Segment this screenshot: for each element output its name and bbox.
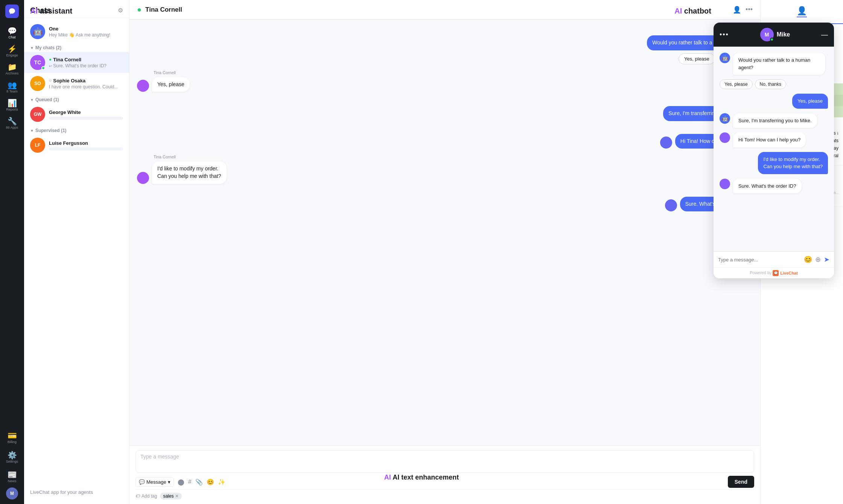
widget-msg-5: Hi Tom! How can I help you? [720,132,828,147]
widget-bot-icon-1: 🤖 [720,53,730,63]
bot-chat-info: One Hey Mike 👋 Ask me anything! [49,26,123,38]
widget-bubble-agent-2: Sure. What's the order ID? [733,179,802,194]
livechat-icon: 💬 [773,270,779,276]
user-avatar[interactable]: M [6,487,18,499]
right-panel-header: 👤 [761,0,843,24]
qr-yes-please[interactable]: Yes, please [679,53,715,64]
section-supervised[interactable]: ▼ Supervised (1) [24,125,129,135]
widget-msg-1: 🤖 Would you rather talk to a human agent… [720,53,828,75]
filter-icon[interactable]: ⚙ [118,7,123,14]
quick-replies-1: Yes, please No, thanks [137,53,753,64]
msg-row-bot-2: Sure, I'm transferring you to Mike. [137,106,753,121]
george-preview [49,117,123,120]
section-queued[interactable]: ▼ Queued (1) [24,94,129,104]
tina-avatar: TC [30,55,45,70]
sidebar-item-settings[interactable]: ⚙️ Settings [5,448,20,466]
widget-minimize-button[interactable]: — [821,31,828,39]
widget-footer: Powered by 💬 LiveChat [714,267,834,278]
widget-qr-no[interactable]: No, thanks [755,79,786,89]
widget-emoji-icon[interactable]: 😊 [804,255,812,264]
user-profile-icon[interactable]: 👤 [797,6,807,17]
archives-icon: 📁 [8,63,17,71]
bubble-tina-1: Yes, please [152,77,190,92]
sidebar-item-engage[interactable]: ⚡ Engage [0,42,24,60]
chat-list-title: Chats [30,6,51,15]
widget-add-icon[interactable]: ⊕ [815,255,821,264]
chat-input-box[interactable]: Type a message [135,450,754,473]
message-icon: 💬 [139,479,145,485]
news-icon: 📰 [8,471,17,478]
sidebar-item-reports[interactable]: 📊 Reports [0,96,24,114]
more-options-icon[interactable]: ••• [746,6,753,14]
widget-dots[interactable]: ••• [720,31,729,39]
luise-info: Luise Fergusson [49,140,123,150]
contact-name: Tina Cornell [145,6,182,14]
tina-preview: ↩ Sure. What's the order ID? [49,63,123,68]
luise-avatar: LF [30,138,45,153]
engage-icon: ⚡ [8,45,17,53]
chat-list-body: 🤖 One Hey Mike 👋 Ask me anything! ▼ My c… [24,18,129,504]
msg-row-tina-2: I'd like to modify my order.Can you help… [137,161,753,184]
bot-name: One [49,26,123,32]
sophie-avatar: SO [30,76,45,91]
widget-qr-yes[interactable]: Yes, please [720,79,753,89]
tina-msg-avatar-2 [137,172,149,184]
sophie-name: ○ Sophie Osaka [49,78,123,83]
toolbar-left: 💬 Message ▾ ⬤ # 📎 😊 ✨ [135,477,225,487]
widget-user-name: Mike [777,31,790,38]
contact-info-icon[interactable]: 👤 [733,6,741,14]
sidebar-item-billing[interactable]: 💳 Billing [5,429,20,447]
bot-preview: Hey Mike 👋 Ask me anything! [49,32,123,38]
msg-label-mike-1: Mike [137,127,753,132]
sidebar-item-apps[interactable]: 🔧 86 Apps [0,114,24,132]
widget-msg-6: I'd like to modify my order.Can you help… [720,152,828,174]
attachment-icon[interactable]: 📎 [195,478,203,486]
sidebar: 💬 Chat ⚡ Engage 📁 Archives 👥 8 Team 📊 Re… [0,0,24,504]
tag-remove-icon[interactable]: ✕ [175,493,179,499]
widget-input[interactable] [718,257,801,263]
tag-icon: 🏷 [135,493,140,499]
chat-messages: ChatBot 💬 Would you rather talk to a hum… [129,20,760,445]
tag-area: 🏷 Add tag sales ✕ [135,489,754,499]
apps-icon: 🔧 [8,117,17,125]
duration-info-icon: ℹ [837,131,838,135]
mike-msg-avatar-1 [660,137,672,149]
sophie-info: ○ Sophie Osaka I have one more question.… [49,78,123,90]
emoji-icon[interactable]: 😊 [207,478,214,486]
msg-label-tina-1: Tina Cornell [137,70,753,75]
widget-msg-3: Yes, please [720,94,828,109]
chat-item-tina[interactable]: TC ● Tina Cornell ↩ Sure. What's the ord… [24,52,129,73]
chat-item-sophie[interactable]: SO ○ Sophie Osaka I have one more questi… [24,73,129,94]
ai-enhance-icon[interactable]: ✨ [218,478,225,486]
msg-group-4: Mike Hi Tina! How can I help you? [137,127,753,149]
message-dropdown[interactable]: 💬 Message ▾ [135,477,174,487]
chat-item-bot[interactable]: 🤖 One Hey Mike 👋 Ask me anything! [24,21,129,42]
widget-header-user: M Mike [760,28,790,41]
section-my-chats[interactable]: ▼ My chats (2) [24,42,129,52]
sidebar-item-chat[interactable]: 💬 Chat [0,24,24,42]
sidebar-logo[interactable] [5,5,19,18]
sidebar-item-archives[interactable]: 📁 Archives [0,60,24,78]
sidebar-item-news[interactable]: 📰 News [5,468,20,486]
contact-status-icon: ● [137,5,142,14]
widget-online-dot [770,38,774,41]
chat-icon: 💬 [8,27,17,35]
chat-item-george[interactable]: GW George White [24,104,129,125]
bold-icon[interactable]: ⬤ [178,478,184,486]
add-tag-button[interactable]: 🏷 Add tag [135,493,157,499]
chat-item-luise[interactable]: LF Luise Fergusson [24,135,129,156]
hashtag-icon[interactable]: # [188,478,192,485]
widget-send-icon[interactable]: ➤ [824,255,829,264]
msg-group-3: ChatBot 💬 Sure, I'm transferring you to … [137,98,753,121]
bot-avatar: 🤖 [30,24,45,39]
luise-preview [49,147,123,150]
msg-row-mike-2: Sure. What's the order ID? [137,197,753,212]
widget-quick-replies-1: Yes, please No, thanks [720,79,786,89]
send-button[interactable]: Send [728,476,754,488]
chevron-icon-queued: ▼ [30,98,34,102]
chevron-icon: ▼ [30,46,34,50]
livechat-brand: 💬 LiveChat [773,270,797,276]
chat-list-panel: Chats ⚙ 🤖 One Hey Mike 👋 Ask me anything… [24,0,129,504]
chat-input-toolbar: 💬 Message ▾ ⬤ # 📎 😊 ✨ Send [135,476,754,488]
sidebar-item-team[interactable]: 👥 8 Team [0,78,24,96]
